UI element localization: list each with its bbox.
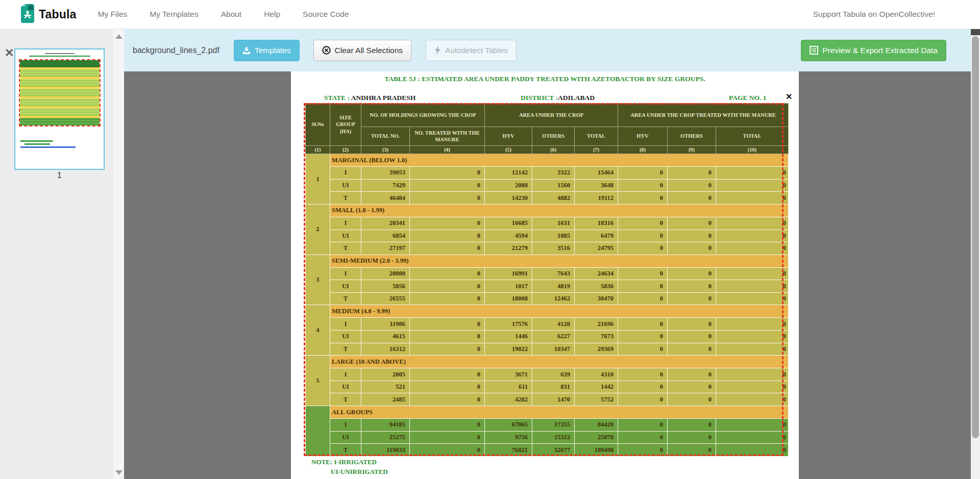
clear-all-selections-button[interactable]: Clear All Selections xyxy=(313,40,412,61)
note-line-1: NOTE: I-IRRIGATED xyxy=(311,458,388,467)
nav-my-files[interactable]: My Files xyxy=(98,10,128,19)
state-label: STATE : xyxy=(324,94,350,102)
thumbnail-sidebar: ✕ 1 xyxy=(0,29,113,479)
document-filename: background_lines_2.pdf xyxy=(133,46,219,55)
page-thumbnail[interactable] xyxy=(14,48,105,170)
thumbnail-data-stripe xyxy=(20,123,100,125)
thumbnail-note-lines xyxy=(20,140,76,149)
pdf-meta-line: STATE : ANDHRA PRADESH DISTRICT :ADILABA… xyxy=(291,94,799,103)
scrollbar-thumb[interactable] xyxy=(972,36,979,438)
remove-page-icon[interactable]: ✕ xyxy=(5,47,14,59)
list-table-icon xyxy=(810,46,818,55)
preview-export-button[interactable]: Preview & Export Extracted Data xyxy=(801,40,946,61)
nav-help[interactable]: Help xyxy=(264,10,280,19)
sidebar-scrollbar[interactable] xyxy=(113,29,124,479)
scrollbar-top-arrow[interactable] xyxy=(971,29,980,35)
remove-circle-icon xyxy=(322,46,331,55)
templates-save-icon xyxy=(242,46,251,55)
support-link[interactable]: Support Tabula on OpenCollective! xyxy=(813,10,935,19)
thumbnail-table-header xyxy=(20,60,100,67)
scroll-up-icon[interactable] xyxy=(115,34,122,39)
nav-about[interactable]: About xyxy=(221,10,242,19)
templates-button[interactable]: Templates xyxy=(234,40,300,61)
selection-close-icon[interactable]: ✕ xyxy=(786,92,792,102)
thumbnail-selection-overlay xyxy=(19,59,101,127)
pdf-note: NOTE: I-IRRIGATED UI-UNIRRIGATED xyxy=(311,458,388,477)
page-no: PAGE NO. 1 xyxy=(729,94,767,102)
brand-name: Tabula xyxy=(39,8,77,21)
navbar: Tabula My Files My Templates About Help … xyxy=(0,0,980,29)
thumbnail-page-number: 1 xyxy=(14,171,105,180)
district-value: ADILABAD xyxy=(558,94,595,102)
pdf-viewer: TABLE 5J : ESTIMATED AREA UNDER PADDY TR… xyxy=(124,71,971,479)
brand[interactable]: Tabula xyxy=(19,4,77,25)
lightning-bolt-icon xyxy=(434,46,441,55)
state-value: ANDHRA PRADESH xyxy=(350,94,415,102)
nav-source-code[interactable]: Source Code xyxy=(303,10,349,19)
pdf-table-title: TABLE 5J : ESTIMATED AREA UNDER PADDY TR… xyxy=(291,71,799,83)
selection-region[interactable] xyxy=(304,103,783,456)
scroll-down-icon[interactable] xyxy=(115,470,122,475)
note-line-2: UI-UNIRRIGATED xyxy=(331,467,388,477)
toolbar: background_lines_2.pdf Templates Clear A… xyxy=(124,29,971,71)
autodetect-tables-button[interactable]: Autodetect Tables xyxy=(426,40,517,61)
window-scrollbar[interactable] xyxy=(971,29,980,479)
tabula-logo-icon xyxy=(19,4,34,25)
district-label: DISTRICT : xyxy=(521,94,558,102)
thumbnail-title-lines xyxy=(15,53,104,57)
pdf-page[interactable]: TABLE 5J : ESTIMATED AREA UNDER PADDY TR… xyxy=(291,71,799,479)
nav-my-templates[interactable]: My Templates xyxy=(150,10,198,19)
